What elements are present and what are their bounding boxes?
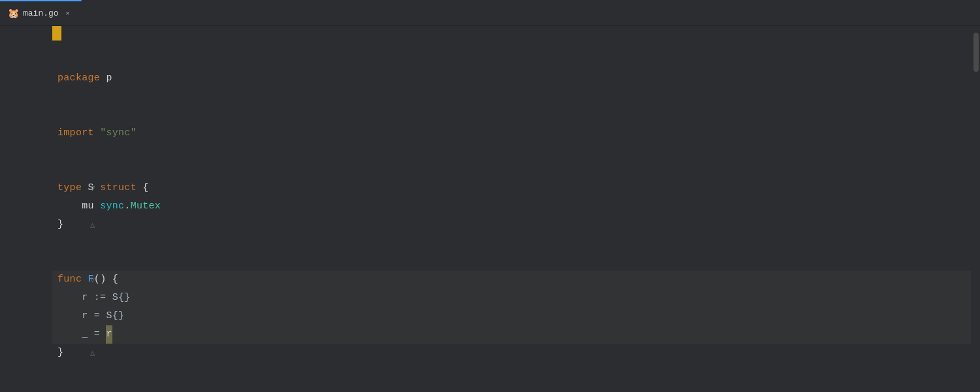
line-14: ▽ func F() { (52, 270, 971, 289)
code-editor[interactable]: package p import "sync" ▽ (52, 26, 971, 392)
fold-icon-type-close[interactable]: △ (90, 220, 95, 230)
keyword-package: package (57, 69, 100, 88)
import-space (94, 124, 100, 142)
line-10: mu sync.Mutex (52, 197, 971, 216)
field-type-mutex: Mutex (131, 197, 161, 216)
field-type-sync: sync (100, 197, 124, 216)
line-16: r = S{} (52, 307, 971, 325)
tab-bar: 🐹 main.go × (0, 0, 980, 26)
line-2 (52, 51, 971, 69)
func-space (82, 270, 88, 289)
stmt-blank: _ = (57, 325, 106, 344)
stmt-r1: r := S{} (57, 289, 131, 307)
line-11-content: } (52, 216, 63, 234)
keyword-func: func (57, 270, 82, 289)
line-6: import "sync" (52, 124, 971, 142)
line-7 (52, 142, 971, 161)
type-space1 (82, 179, 88, 197)
line-9-content: type S struct { (52, 179, 149, 197)
line-16-content: r = S{} (52, 307, 124, 325)
line-number-gutter (0, 26, 52, 392)
close-brace-type: } (57, 216, 63, 234)
field-indent: mu (57, 197, 100, 216)
line-18-content: } (52, 344, 63, 362)
close-brace-func: } (57, 344, 63, 362)
line-1 (52, 33, 971, 51)
line-3-content: package p (52, 69, 112, 88)
line-18: △ } (52, 344, 971, 362)
package-name: p (100, 69, 112, 88)
field-dot: . (124, 197, 130, 216)
tab-close-button[interactable]: × (63, 8, 73, 19)
cursor-r: r (106, 325, 112, 344)
keyword-type: type (57, 179, 82, 197)
keyword-import: import (57, 124, 94, 142)
line-10-content: mu sync.Mutex (52, 197, 161, 216)
line-5 (52, 106, 971, 124)
line-17: _ = r (52, 325, 971, 344)
line-8 (52, 161, 971, 179)
app-window: 🐹 main.go × package p (0, 0, 980, 392)
struct-brace: { (137, 179, 149, 197)
type-space2 (94, 179, 100, 197)
fold-icon-func[interactable]: ▽ (90, 275, 95, 285)
line-4 (52, 88, 971, 106)
line-9: ▽ type S struct { (52, 179, 971, 197)
line-15: r := S{} (52, 289, 971, 307)
func-parens-brace: () { (94, 270, 118, 289)
line-13 (52, 252, 971, 270)
minimap-highlight-bar (52, 26, 61, 41)
editor-container: package p import "sync" ▽ (0, 26, 980, 392)
line-3: package p (52, 69, 971, 88)
fold-icon-type[interactable]: ▽ (90, 184, 95, 193)
fold-icon-func-close[interactable]: △ (90, 348, 95, 358)
line-6-content: import "sync" (52, 124, 137, 142)
line-14-content: func F() { (52, 270, 118, 289)
line-11: △ } (52, 216, 971, 234)
stmt-r2: r = S{} (57, 307, 124, 325)
line-15-content: r := S{} (52, 289, 131, 307)
import-path: "sync" (100, 124, 137, 142)
tab-label: main.go (23, 8, 59, 18)
vertical-scrollbar[interactable] (971, 26, 980, 392)
scrollbar-thumb[interactable] (973, 33, 979, 72)
tab-main-go[interactable]: 🐹 main.go × (0, 0, 82, 25)
keyword-struct: struct (100, 179, 137, 197)
line-17-content: _ = r (52, 325, 112, 344)
go-file-icon: 🐹 (8, 8, 19, 19)
line-12 (52, 234, 971, 252)
code-lines: package p import "sync" ▽ (52, 26, 971, 362)
